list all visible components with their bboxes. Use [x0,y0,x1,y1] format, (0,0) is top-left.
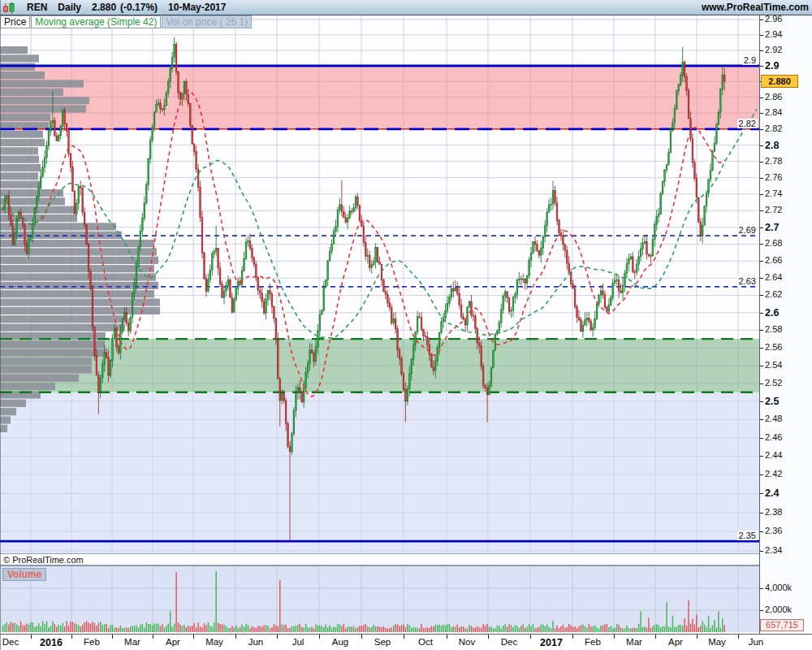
price-axis-tick [760,295,763,296]
time-axis-tick [112,635,113,639]
time-axis-tick [277,635,278,639]
price-axis-label: 2.44 [765,450,801,460]
time-axis-tick [572,635,573,639]
volume-axis-label: 4,000k [765,583,804,592]
price-axis-label: 2.62 [765,289,801,299]
time-axis-label: Mar [114,637,150,647]
time-axis-label: Sep [365,637,400,647]
price-axis-tick [760,348,763,349]
price-axis-tick [760,228,763,228]
volume-pane[interactable] [0,566,759,632]
last-price-header: 2.880 [92,2,116,13]
price-axis-tick [760,330,763,331]
price-axis-tick [760,98,763,98]
price-chart-pane[interactable] [0,15,759,553]
time-axis-label: Dec [0,637,28,647]
volume-pane-bg [0,566,759,632]
price-axis-tick [760,113,763,114]
price-axis-tick [760,261,763,262]
price-axis-tick [760,419,763,420]
legend-price-button[interactable]: Price [0,15,30,28]
price-axis-tick [760,366,763,366]
time-axis-label: Oct [408,637,443,647]
price-axis-label: 2.78 [765,156,801,166]
legend-vol-on-price-button[interactable]: Vol on price ( 25 1) [162,15,252,28]
price-axis-tick [760,178,763,179]
time-axis-tick [319,635,320,639]
candlestick-logo-icon [2,2,16,14]
price-axis-label: 2.46 [765,432,801,442]
time-axis-tick [655,635,656,639]
time-axis-label: Apr [155,637,191,647]
price-axis-tick [760,162,763,162]
price-axis-label: 2.68 [765,238,801,248]
price-axis-label: 2.94 [765,29,801,39]
price-axis-tick [760,456,763,457]
level-label-2.82: 2.82 [660,119,758,128]
price-axis-tick [760,66,763,67]
indicator-legend-bar: Price Moving average (Simple 42) Vol on … [0,15,252,28]
time-axis-tick [361,635,362,639]
window-left-edge [0,0,1,650]
level-label-2.69: 2.69 [660,225,758,235]
price-axis-tick [760,401,763,402]
price-axis-label: 2.42 [765,469,801,479]
time-axis-label: Jul [280,637,316,647]
price-axis-tick [760,551,763,552]
price-axis-tick [760,438,763,439]
copyright-text: © ProRealTime.com [3,555,84,565]
price-axis-label: 2.54 [765,360,801,370]
price-axis-tick [760,278,763,279]
level-label-2.9: 2.9 [660,55,758,65]
time-axis-label: Nov [449,637,485,647]
proealtime-chart-window: REN Daily 2.880 (-0.17%) 10-May-2017 www… [0,0,812,650]
level-label-2.35: 2.35 [660,531,758,540]
price-axis-tick [760,513,763,514]
timeframe-label: Daily [58,2,81,13]
price-axis-label: 2.4 [765,488,801,499]
price-axis-tick [760,384,763,384]
volume-axis-tick [760,610,763,611]
time-axis-label: Jun [738,637,774,647]
price-axis-tick [760,493,763,494]
time-axis-label: Apr [658,637,693,647]
price-axis-tick [760,474,763,475]
price-axis-tick [760,531,763,532]
price-axis-label: 2.86 [765,92,801,102]
time-axis-label: May [197,637,232,647]
change-percent: (-0.17%) [120,2,158,13]
price-axis-tick [760,145,763,146]
legend-moving-average-button[interactable]: Moving average (Simple 42) [31,15,161,28]
pane-divider[interactable] [0,565,759,566]
last-price-tag: 2.880 [761,75,798,88]
last-volume-tag: 657,715 [760,619,804,631]
price-axis-label: 2.48 [765,414,801,423]
price-axis-tick [760,129,763,130]
price-axis-label: 2.52 [765,378,801,388]
price-axis-tick [760,20,763,20]
price-axis-label: 2.9 [765,60,801,72]
session-date: 10-May-2017 [168,2,226,13]
price-axis-label: 2.76 [765,172,801,182]
price-axis-tick [760,210,763,211]
time-axis-tick [614,635,615,639]
time-axis-tick [447,635,447,639]
price-axis-label: 2.34 [765,545,801,555]
volume-pane-label[interactable]: Volume [2,568,46,581]
time-axis-tick [738,635,739,639]
price-axis-label: 2.64 [765,272,801,282]
time-axis-tick [530,635,531,639]
price-axis-tick [760,194,763,195]
website-link[interactable]: www.ProRealTime.com [702,2,809,13]
price-axis-label: 2.5 [765,396,801,407]
time-axis-label: 2016 [33,637,69,648]
time-axis-tick [697,635,698,639]
price-axis-label: 2.8 [765,140,801,151]
volume-axis-label: 2,000k [765,604,804,614]
price-axis-label: 2.6 [765,307,801,318]
copyright-strip: © ProRealTime.com [0,553,759,566]
volume-axis-tick [760,588,763,589]
symbol-name: REN [27,2,47,13]
price-axis-tick [760,244,763,245]
time-axis-tick [193,635,194,639]
